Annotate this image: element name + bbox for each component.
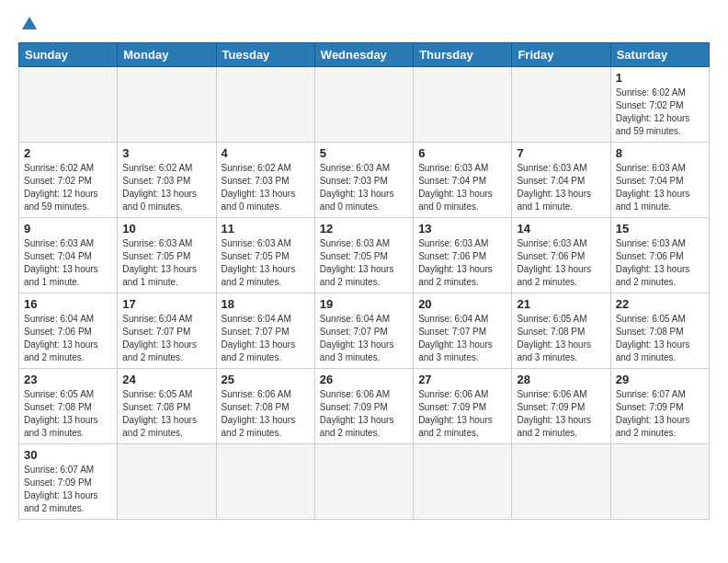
day-info: Sunrise: 6:06 AM Sunset: 7:09 PM Dayligh…	[517, 388, 605, 440]
calendar-day-cell: 11Sunrise: 6:03 AM Sunset: 7:05 PM Dayli…	[216, 218, 314, 293]
calendar-week-row: 1Sunrise: 6:02 AM Sunset: 7:02 PM Daylig…	[19, 67, 710, 143]
column-header-tuesday: Tuesday	[216, 43, 314, 67]
day-info: Sunrise: 6:03 AM Sunset: 7:04 PM Dayligh…	[418, 162, 506, 213]
day-info: Sunrise: 6:03 AM Sunset: 7:06 PM Dayligh…	[616, 237, 704, 289]
calendar-day-cell: 8Sunrise: 6:03 AM Sunset: 7:04 PM Daylig…	[610, 143, 709, 218]
calendar-day-cell: 2Sunrise: 6:02 AM Sunset: 7:02 PM Daylig…	[19, 143, 118, 218]
day-info: Sunrise: 6:04 AM Sunset: 7:07 PM Dayligh…	[222, 313, 310, 364]
day-number: 26	[320, 373, 408, 386]
day-number: 6	[418, 146, 506, 160]
day-info: Sunrise: 6:03 AM Sunset: 7:06 PM Dayligh…	[517, 237, 605, 289]
day-number: 15	[616, 222, 704, 236]
calendar-week-row: 2Sunrise: 6:02 AM Sunset: 7:02 PM Daylig…	[19, 143, 710, 218]
day-info: Sunrise: 6:03 AM Sunset: 7:05 PM Dayligh…	[122, 237, 210, 289]
calendar-day-cell: 25Sunrise: 6:06 AM Sunset: 7:08 PM Dayli…	[216, 369, 314, 444]
day-number: 29	[616, 373, 704, 386]
calendar-day-cell: 6Sunrise: 6:03 AM Sunset: 7:04 PM Daylig…	[414, 143, 512, 218]
calendar-day-cell: 16Sunrise: 6:04 AM Sunset: 7:06 PM Dayli…	[19, 293, 118, 369]
day-number: 7	[517, 146, 605, 160]
day-number: 25	[222, 373, 310, 386]
calendar-week-row: 9Sunrise: 6:03 AM Sunset: 7:04 PM Daylig…	[19, 218, 710, 293]
day-number: 3	[122, 146, 210, 160]
calendar-day-cell: 1Sunrise: 6:02 AM Sunset: 7:02 PM Daylig…	[610, 67, 709, 143]
day-number: 2	[24, 146, 112, 160]
day-number: 16	[24, 297, 112, 311]
day-info: Sunrise: 6:03 AM Sunset: 7:05 PM Dayligh…	[222, 237, 310, 289]
calendar-week-row: 23Sunrise: 6:05 AM Sunset: 7:08 PM Dayli…	[19, 369, 710, 444]
calendar-week-row: 30Sunrise: 6:07 AM Sunset: 7:09 PM Dayli…	[19, 444, 710, 520]
logo-triangle-icon	[21, 15, 38, 31]
calendar-day-cell	[512, 67, 610, 143]
day-number: 8	[616, 146, 704, 160]
calendar-day-cell: 29Sunrise: 6:07 AM Sunset: 7:09 PM Dayli…	[610, 369, 709, 444]
calendar-day-cell: 22Sunrise: 6:05 AM Sunset: 7:08 PM Dayli…	[610, 293, 709, 369]
calendar-day-cell: 4Sunrise: 6:02 AM Sunset: 7:03 PM Daylig…	[216, 143, 314, 218]
svg-marker-0	[22, 17, 37, 29]
day-number: 4	[222, 146, 310, 160]
column-header-saturday: Saturday	[610, 43, 709, 67]
day-info: Sunrise: 6:07 AM Sunset: 7:09 PM Dayligh…	[24, 464, 112, 515]
column-header-wednesday: Wednesday	[314, 43, 413, 67]
calendar-table: SundayMondayTuesdayWednesdayThursdayFrid…	[18, 42, 710, 520]
day-info: Sunrise: 6:03 AM Sunset: 7:04 PM Dayligh…	[517, 162, 605, 213]
calendar-day-cell	[314, 444, 413, 520]
calendar-day-cell: 12Sunrise: 6:03 AM Sunset: 7:05 PM Dayli…	[314, 218, 413, 293]
day-number: 28	[517, 373, 605, 386]
calendar-day-cell: 7Sunrise: 6:03 AM Sunset: 7:04 PM Daylig…	[512, 143, 610, 218]
day-number: 17	[122, 297, 210, 311]
calendar-day-cell: 24Sunrise: 6:05 AM Sunset: 7:08 PM Dayli…	[118, 369, 216, 444]
day-info: Sunrise: 6:02 AM Sunset: 7:02 PM Dayligh…	[24, 162, 112, 213]
day-info: Sunrise: 6:04 AM Sunset: 7:07 PM Dayligh…	[122, 313, 210, 364]
calendar-day-cell: 23Sunrise: 6:05 AM Sunset: 7:08 PM Dayli…	[19, 369, 118, 444]
day-number: 19	[320, 297, 408, 311]
calendar-day-cell: 27Sunrise: 6:06 AM Sunset: 7:09 PM Dayli…	[414, 369, 512, 444]
calendar-day-cell: 19Sunrise: 6:04 AM Sunset: 7:07 PM Dayli…	[314, 293, 413, 369]
day-info: Sunrise: 6:04 AM Sunset: 7:07 PM Dayligh…	[320, 313, 408, 364]
calendar-day-cell: 15Sunrise: 6:03 AM Sunset: 7:06 PM Dayli…	[610, 218, 709, 293]
day-number: 13	[418, 222, 506, 236]
column-header-monday: Monday	[118, 43, 216, 67]
calendar-day-cell: 13Sunrise: 6:03 AM Sunset: 7:06 PM Dayli…	[414, 218, 512, 293]
calendar-day-cell: 5Sunrise: 6:03 AM Sunset: 7:03 PM Daylig…	[314, 143, 413, 218]
day-info: Sunrise: 6:06 AM Sunset: 7:09 PM Dayligh…	[418, 388, 506, 440]
day-number: 23	[24, 373, 112, 386]
calendar-day-cell	[118, 444, 216, 520]
column-header-friday: Friday	[512, 43, 610, 67]
day-info: Sunrise: 6:05 AM Sunset: 7:08 PM Dayligh…	[517, 313, 605, 364]
calendar-day-cell: 3Sunrise: 6:02 AM Sunset: 7:03 PM Daylig…	[118, 143, 216, 218]
day-info: Sunrise: 6:04 AM Sunset: 7:06 PM Dayligh…	[24, 313, 112, 364]
calendar-day-cell	[414, 67, 512, 143]
day-info: Sunrise: 6:06 AM Sunset: 7:08 PM Dayligh…	[222, 388, 310, 440]
calendar-day-cell	[118, 67, 216, 143]
column-header-sunday: Sunday	[19, 43, 118, 67]
day-number: 30	[24, 448, 112, 462]
day-info: Sunrise: 6:03 AM Sunset: 7:05 PM Dayligh…	[320, 237, 408, 289]
calendar-day-cell	[216, 444, 314, 520]
day-info: Sunrise: 6:05 AM Sunset: 7:08 PM Dayligh…	[122, 388, 210, 440]
day-number: 20	[418, 297, 506, 311]
day-number: 27	[418, 373, 506, 386]
day-number: 1	[616, 71, 704, 85]
day-info: Sunrise: 6:03 AM Sunset: 7:03 PM Dayligh…	[320, 162, 408, 213]
calendar-day-cell: 20Sunrise: 6:04 AM Sunset: 7:07 PM Dayli…	[414, 293, 512, 369]
day-info: Sunrise: 6:05 AM Sunset: 7:08 PM Dayligh…	[24, 388, 112, 440]
column-header-thursday: Thursday	[414, 43, 512, 67]
day-number: 22	[616, 297, 704, 311]
calendar-day-cell: 14Sunrise: 6:03 AM Sunset: 7:06 PM Dayli…	[512, 218, 610, 293]
day-number: 14	[517, 222, 605, 236]
day-info: Sunrise: 6:03 AM Sunset: 7:06 PM Dayligh…	[418, 237, 506, 289]
calendar-day-cell	[414, 444, 512, 520]
day-info: Sunrise: 6:03 AM Sunset: 7:04 PM Dayligh…	[24, 237, 112, 289]
day-info: Sunrise: 6:03 AM Sunset: 7:04 PM Dayligh…	[616, 162, 704, 213]
day-info: Sunrise: 6:06 AM Sunset: 7:09 PM Dayligh…	[320, 388, 408, 440]
calendar-day-cell: 9Sunrise: 6:03 AM Sunset: 7:04 PM Daylig…	[19, 218, 118, 293]
day-number: 18	[222, 297, 310, 311]
day-info: Sunrise: 6:02 AM Sunset: 7:02 PM Dayligh…	[616, 86, 704, 138]
calendar-day-cell: 17Sunrise: 6:04 AM Sunset: 7:07 PM Dayli…	[118, 293, 216, 369]
day-info: Sunrise: 6:07 AM Sunset: 7:09 PM Dayligh…	[616, 388, 704, 440]
day-number: 10	[122, 222, 210, 236]
day-number: 12	[320, 222, 408, 236]
calendar-day-cell: 30Sunrise: 6:07 AM Sunset: 7:09 PM Dayli…	[19, 444, 118, 520]
calendar-day-cell: 26Sunrise: 6:06 AM Sunset: 7:09 PM Dayli…	[314, 369, 413, 444]
day-number: 5	[320, 146, 408, 160]
